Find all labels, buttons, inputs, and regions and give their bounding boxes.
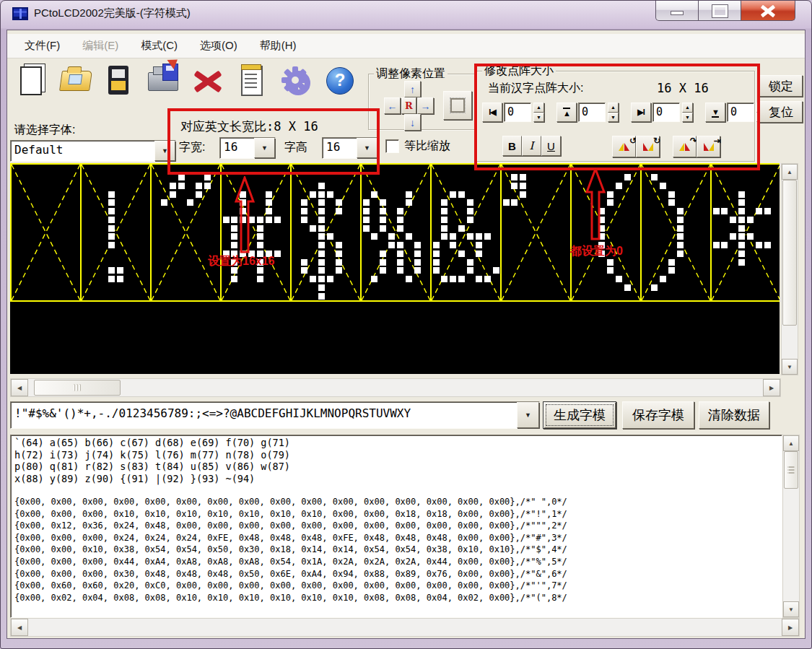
notepad-icon[interactable] (235, 62, 269, 103)
menu-file[interactable]: 文件(F) (25, 39, 60, 53)
pad-bottom-button[interactable]: ▼ (705, 103, 725, 122)
char-cell[interactable] (712, 165, 780, 300)
preview-vscrollbar[interactable]: ▲ ▼ (781, 163, 798, 375)
pixel-dot (730, 217, 736, 223)
menu-mode[interactable]: 模式(C) (141, 39, 178, 53)
output-vscroll-thumb[interactable] (784, 451, 798, 489)
pad-top-button[interactable]: ▲ (556, 103, 577, 122)
spin-up-button[interactable]: ▲ (608, 103, 619, 113)
spin-down-button[interactable]: ▼ (682, 113, 693, 123)
delete-icon[interactable] (191, 62, 225, 103)
char-width-combobox[interactable]: 16 ▼ (219, 137, 276, 159)
menu-options[interactable]: 选项(O) (200, 39, 237, 53)
pixel-dot (266, 208, 272, 214)
char-height-dropdown-button[interactable]: ▼ (357, 138, 377, 158)
flip-vertical-button[interactable]: ↷ (673, 136, 697, 157)
new-file-icon[interactable] (14, 62, 49, 103)
close-button[interactable] (741, 1, 795, 21)
rotate-right-icon: ↻ (642, 141, 653, 153)
output-vscrollbar[interactable]: ▲ ▼ (782, 435, 800, 618)
scroll-right-button[interactable]: ▶ (763, 379, 780, 396)
save-icon[interactable] (102, 62, 137, 103)
char-cell[interactable] (292, 165, 362, 300)
bold-button[interactable]: B (502, 136, 522, 156)
preview-hscrollbar[interactable]: ◀ ▶ (10, 378, 781, 397)
char-height-combobox[interactable]: 16 ▼ (322, 137, 378, 159)
reset-button[interactable]: 复位 (759, 101, 803, 123)
char-cell[interactable] (502, 165, 572, 300)
menu-help[interactable]: 帮助(H) (260, 39, 297, 53)
save-button[interactable]: 保存字模 (622, 401, 694, 429)
settings-icon[interactable] (279, 62, 313, 103)
scroll-up-button[interactable]: ▲ (783, 435, 799, 451)
position-reset-button[interactable]: R (401, 97, 416, 114)
scale-checkbox[interactable] (385, 139, 399, 153)
font-combobox[interactable]: Default ▼ (10, 140, 176, 162)
scroll-down-button[interactable]: ▼ (783, 601, 799, 617)
char-cell[interactable] (432, 165, 502, 300)
pixel-dot (231, 267, 237, 274)
output-textarea[interactable]: `(64) a(65) b(66) c(67) d(68) e(69) f(70… (10, 435, 782, 618)
flip-horizontal-button[interactable]: ⇥ (697, 136, 720, 157)
char-list-dropdown-button[interactable]: ▼ (517, 402, 539, 428)
pad-right-value[interactable]: 0 (652, 103, 680, 122)
pad-top-value[interactable]: 0 (578, 103, 606, 122)
scroll-left-button[interactable]: ◀ (11, 619, 28, 636)
window-title: PCtoLCD2002完美版-(字符模式) (34, 6, 191, 20)
rotate-left-button[interactable]: ↺ (612, 136, 636, 157)
pixel-dot (231, 251, 237, 257)
pixel-dot (467, 199, 473, 206)
scroll-down-button[interactable]: ▼ (782, 359, 798, 375)
scroll-left-button[interactable]: ◀ (11, 379, 28, 396)
char-cell[interactable] (222, 165, 292, 300)
spin-up-button[interactable]: ▲ (682, 103, 693, 113)
scroll-right-button[interactable]: ▶ (782, 619, 799, 636)
scroll-up-button[interactable]: ▲ (782, 164, 798, 180)
pixel-dot (371, 191, 377, 198)
pixel-dot (327, 233, 333, 240)
output-hscrollbar[interactable]: ◀ ▶ (10, 618, 800, 637)
grid-diagonals (12, 165, 80, 300)
char-width-dropdown-button[interactable]: ▼ (254, 138, 275, 158)
italic-button[interactable]: I (522, 136, 541, 156)
char-cell[interactable] (572, 165, 642, 300)
pad-bottom-value[interactable]: 0 (727, 103, 754, 122)
generate-button[interactable]: 生成字模 (543, 401, 616, 429)
pad-right-button[interactable]: ▶I (631, 103, 651, 122)
spin-up-button[interactable]: ▲ (533, 103, 544, 113)
clear-button[interactable]: 清除数据 (699, 401, 769, 429)
preview-hscroll-thumb[interactable] (34, 380, 121, 396)
generate-label: 生成字模 (554, 406, 606, 424)
move-down-button[interactable]: ↓ (404, 114, 421, 131)
char-cell[interactable] (152, 165, 222, 300)
open-file-icon[interactable] (58, 62, 93, 103)
move-right-button[interactable]: → (417, 97, 434, 114)
pixel-dot (310, 276, 316, 282)
spin-down-button[interactable]: ▼ (533, 113, 544, 123)
pixel-dot (318, 293, 325, 300)
minimize-button[interactable] (655, 1, 699, 21)
help-icon[interactable]: ? (323, 62, 357, 103)
center-button[interactable] (443, 91, 472, 120)
char-cell[interactable] (642, 165, 712, 300)
export-save-icon[interactable] (147, 62, 181, 103)
menu-edit[interactable]: 编辑(E) (82, 39, 118, 53)
spin-down-button[interactable]: ▼ (608, 113, 619, 123)
pad-left-value[interactable]: 0 (504, 103, 531, 122)
underline-button[interactable]: U (541, 136, 561, 156)
char-list-combobox[interactable]: !"#$%&'()*+,-./0123456789:;<=>?@ABCDEFGH… (10, 401, 540, 429)
preview-vscroll-thumb[interactable] (782, 180, 797, 326)
char-cell[interactable] (362, 165, 432, 300)
char-cell[interactable] (12, 165, 82, 300)
pixel-dot (336, 259, 342, 266)
rotate-right-button[interactable]: ↻ (636, 136, 660, 157)
lock-button[interactable]: 锁定 (759, 75, 803, 97)
maximize-button[interactable] (699, 1, 741, 21)
char-cell[interactable] (82, 165, 152, 300)
font-dropdown-button[interactable]: ▼ (154, 141, 175, 161)
pad-left-button[interactable]: I◀ (482, 103, 502, 122)
pad-left-cluster: I◀0▲▼ (482, 103, 544, 122)
title-bar[interactable]: PCtoLCD2002完美版-(字符模式) (1, 1, 811, 28)
move-left-button[interactable]: ← (384, 97, 401, 114)
move-up-button[interactable]: ↑ (404, 81, 421, 97)
